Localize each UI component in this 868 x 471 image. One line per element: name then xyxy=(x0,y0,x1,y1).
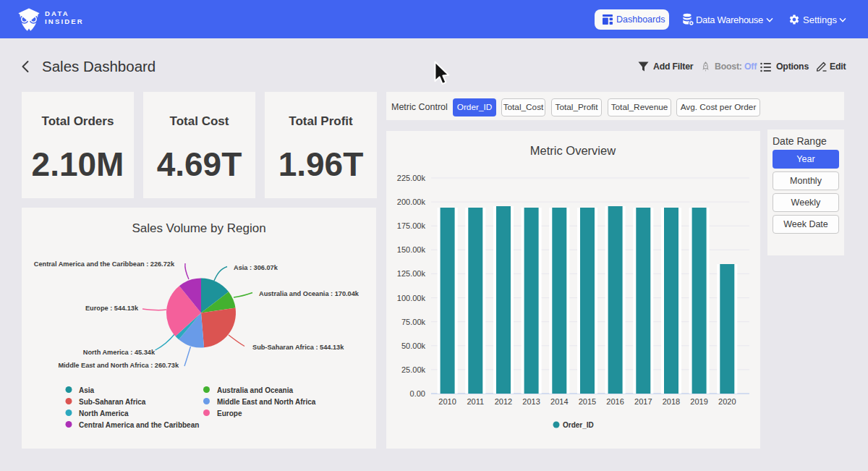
svg-text:25.00k: 25.00k xyxy=(401,365,426,374)
svg-text:Central America and the Caribb: Central America and the Caribbean : 226.… xyxy=(34,260,175,268)
svg-text:2015: 2015 xyxy=(579,397,596,406)
svg-text:2020: 2020 xyxy=(718,397,736,406)
svg-text:225.00k: 225.00k xyxy=(397,174,426,182)
svg-text:Sales Volume by Region: Sales Volume by Region xyxy=(132,221,265,235)
svg-text:Order_ID: Order_ID xyxy=(563,421,594,429)
svg-text:Central America and the Caribb: Central America and the Caribbean xyxy=(79,421,199,429)
svg-text:100.00k: 100.00k xyxy=(397,294,426,302)
svg-text:2010: 2010 xyxy=(438,397,456,406)
svg-text:Middle East and North Africa :: Middle East and North Africa : 260.73k xyxy=(58,362,179,369)
svg-text:125.00k: 125.00k xyxy=(397,269,426,278)
svg-text:175.00k: 175.00k xyxy=(397,221,426,230)
svg-text:50.00k: 50.00k xyxy=(401,341,426,350)
svg-text:North America : 45.34k: North America : 45.34k xyxy=(83,349,156,356)
svg-text:Middle East and North Africa: Middle East and North Africa xyxy=(217,398,316,406)
svg-text:2016: 2016 xyxy=(606,397,624,406)
svg-text:Sub-Saharan Africa : 544.13k: Sub-Saharan Africa : 544.13k xyxy=(252,344,344,351)
svg-text:Europe : 544.13k: Europe : 544.13k xyxy=(85,305,139,312)
svg-text:Europe: Europe xyxy=(217,410,242,417)
svg-text:2012: 2012 xyxy=(495,397,512,406)
svg-text:2013: 2013 xyxy=(522,397,540,406)
svg-text:Australia and Oceania : 170.04: Australia and Oceania : 170.04k xyxy=(259,290,359,297)
svg-text:Asia : 306.07k: Asia : 306.07k xyxy=(234,264,278,271)
svg-text:Metric Overview: Metric Overview xyxy=(530,144,616,157)
svg-text:Asia: Asia xyxy=(79,386,95,394)
svg-text:150.00k: 150.00k xyxy=(397,245,426,254)
svg-text:75.00k: 75.00k xyxy=(401,318,426,326)
svg-text:Sub-Saharan Africa: Sub-Saharan Africa xyxy=(79,398,146,406)
svg-text:2014: 2014 xyxy=(550,397,568,406)
svg-text:2011: 2011 xyxy=(467,397,484,406)
svg-text:2019: 2019 xyxy=(690,397,707,406)
svg-text:Australia and Oceania: Australia and Oceania xyxy=(217,386,293,394)
svg-text:2017: 2017 xyxy=(634,397,652,406)
svg-text:2018: 2018 xyxy=(663,397,680,406)
svg-text:200.00k: 200.00k xyxy=(397,198,426,206)
svg-text:0.00: 0.00 xyxy=(410,389,425,398)
svg-text:North America: North America xyxy=(79,410,129,417)
